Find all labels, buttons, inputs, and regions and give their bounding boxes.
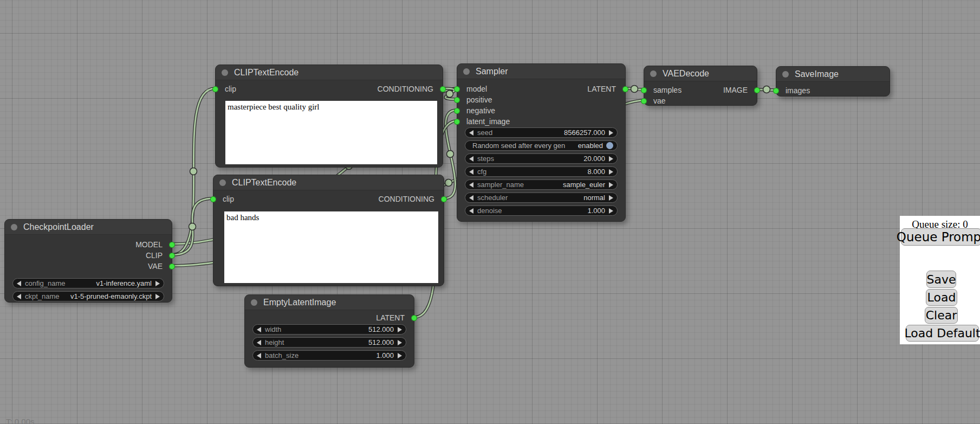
widget-value[interactable]: 512.000	[368, 325, 394, 333]
increment-arrow-icon[interactable]	[155, 281, 160, 286]
decrement-arrow-icon[interactable]	[257, 340, 261, 345]
widget-value[interactable]: 1.000	[376, 351, 394, 359]
node-header[interactable]: CLIPTextEncode	[213, 175, 444, 190]
slot-label: negative	[466, 106, 495, 115]
increment-arrow-icon[interactable]	[155, 294, 160, 299]
input-slot-dot[interactable]	[454, 97, 460, 103]
widget-cfg[interactable]: cfg 8.000	[465, 166, 618, 177]
output-slot-dot[interactable]	[169, 253, 175, 259]
increment-arrow-icon[interactable]	[609, 156, 613, 162]
decrement-arrow-icon[interactable]	[469, 182, 473, 188]
widget-denoise[interactable]: denoise 1.000	[465, 205, 618, 216]
widget-value[interactable]: 8566257.000	[564, 129, 605, 137]
increment-arrow-icon[interactable]	[609, 130, 613, 136]
input-slot-dot[interactable]	[641, 98, 647, 104]
decrement-arrow-icon[interactable]	[469, 156, 473, 162]
increment-arrow-icon[interactable]	[398, 353, 402, 358]
slot-label: positive	[466, 95, 492, 104]
widget-value[interactable]: sample_euler	[563, 181, 605, 189]
input-slot-dot[interactable]	[454, 119, 460, 125]
node-title: CLIPTextEncode	[234, 68, 298, 78]
node-header[interactable]: SaveImage	[776, 67, 890, 82]
widget-width[interactable]: width 512.000	[252, 324, 406, 335]
input-slot-dot[interactable]	[454, 86, 460, 92]
increment-arrow-icon[interactable]	[609, 169, 613, 175]
node-emptylatentimage[interactable]: EmptyLatentImage LATENT width 512.000 he…	[244, 294, 414, 368]
increment-arrow-icon[interactable]	[609, 208, 613, 214]
slot-row-images: images	[776, 85, 890, 96]
node-cliptextencode-negative[interactable]: CLIPTextEncode clip CONDITIONING bad han…	[213, 175, 444, 286]
collapse-dot-icon[interactable]	[11, 224, 17, 230]
widget-config-name[interactable]: config_name v1-inference.yaml	[12, 278, 164, 288]
node-cliptextencode-positive[interactable]: CLIPTextEncode clip CONDITIONING masterp…	[215, 65, 443, 168]
save-button[interactable]: Save	[926, 271, 956, 288]
output-slot-dot[interactable]	[169, 242, 175, 248]
widget-value[interactable]: enabled	[578, 142, 603, 150]
decrement-arrow-icon[interactable]	[469, 169, 473, 175]
clear-button[interactable]: Clear	[925, 307, 958, 324]
widget-scheduler[interactable]: scheduler normal	[465, 192, 618, 203]
load-default-button[interactable]: Load Default	[906, 325, 979, 342]
widget-sampler-name[interactable]: sampler_name sample_euler	[465, 179, 618, 190]
decrement-arrow-icon[interactable]	[257, 353, 261, 358]
input-slot-dot[interactable]	[454, 108, 460, 114]
negative-prompt-textarea[interactable]: bad hands	[224, 211, 438, 283]
widget-value[interactable]: 8.000	[587, 168, 605, 176]
decrement-arrow-icon[interactable]	[469, 130, 473, 136]
node-checkpointloader[interactable]: CheckpointLoader MODEL CLIP VAE config_n…	[4, 219, 172, 303]
output-slot-dot[interactable]	[440, 86, 446, 92]
decrement-arrow-icon[interactable]	[469, 208, 473, 214]
toggle-indicator-icon[interactable]	[606, 142, 613, 149]
collapse-dot-icon[interactable]	[782, 71, 789, 78]
node-header[interactable]: Sampler	[457, 64, 625, 79]
node-graph-canvas[interactable]: T: 0.00s CheckpointLoader MODEL CLIP VAE	[0, 0, 980, 424]
output-slot-dot[interactable]	[754, 87, 760, 93]
increment-arrow-icon[interactable]	[609, 195, 613, 201]
node-header[interactable]: CLIPTextEncode	[216, 65, 443, 80]
node-title: EmptyLatentImage	[263, 298, 336, 307]
node-saveimage[interactable]: SaveImage images	[776, 66, 890, 97]
node-vaedecode[interactable]: VAEDecode samples IMAGE vae	[644, 66, 757, 106]
input-slot-dot[interactable]	[773, 88, 779, 94]
increment-arrow-icon[interactable]	[398, 327, 402, 332]
widget-batch-size[interactable]: batch_size 1.000	[252, 350, 406, 361]
decrement-arrow-icon[interactable]	[469, 195, 473, 201]
increment-arrow-icon[interactable]	[398, 340, 402, 345]
collapse-dot-icon[interactable]	[222, 69, 228, 76]
output-slot-dot[interactable]	[169, 264, 175, 269]
node-header[interactable]: VAEDecode	[644, 66, 757, 81]
output-slot-dot[interactable]	[411, 315, 417, 321]
decrement-arrow-icon[interactable]	[17, 294, 21, 299]
widget-value[interactable]: 20.000	[583, 155, 605, 163]
widget-value[interactable]: v1-5-pruned-emaonly.ckpt	[70, 292, 152, 300]
collapse-dot-icon[interactable]	[650, 70, 657, 77]
widget-ckpt-name[interactable]: ckpt_name v1-5-pruned-emaonly.ckpt	[12, 291, 164, 301]
output-slot-dot[interactable]	[441, 196, 447, 202]
widget-value[interactable]: 1.000	[587, 207, 605, 215]
slot-label: LATENT	[587, 85, 616, 93]
positive-prompt-textarea[interactable]: masterpiece best quality girl	[225, 101, 437, 164]
widget-steps[interactable]: steps 20.000	[465, 153, 618, 164]
collapse-dot-icon[interactable]	[219, 179, 226, 186]
input-slot-dot[interactable]	[641, 87, 647, 93]
widget-value[interactable]: normal	[583, 194, 605, 202]
widget-random-seed-toggle[interactable]: Random seed after every gen enabled	[465, 140, 618, 151]
node-sampler[interactable]: Sampler model LATENT positive negative l…	[457, 63, 626, 222]
widget-height[interactable]: height 512.000	[252, 337, 406, 348]
queue-prompt-button[interactable]: Queue Prompt	[901, 228, 980, 246]
widget-value[interactable]: 512.000	[368, 338, 394, 346]
widget-value[interactable]: v1-inference.yaml	[96, 279, 152, 287]
node-header[interactable]: EmptyLatentImage	[245, 295, 414, 310]
node-header[interactable]: CheckpointLoader	[5, 220, 172, 235]
decrement-arrow-icon[interactable]	[17, 281, 21, 286]
widget-seed[interactable]: seed 8566257.000	[465, 127, 618, 138]
widget-label: scheduler	[477, 194, 508, 202]
increment-arrow-icon[interactable]	[609, 182, 613, 188]
collapse-dot-icon[interactable]	[463, 68, 470, 75]
output-slot-dot[interactable]	[622, 86, 628, 92]
load-button[interactable]: Load	[926, 289, 957, 306]
decrement-arrow-icon[interactable]	[257, 327, 261, 332]
input-slot-dot[interactable]	[212, 86, 218, 92]
input-slot-dot[interactable]	[210, 196, 216, 202]
collapse-dot-icon[interactable]	[251, 299, 257, 306]
